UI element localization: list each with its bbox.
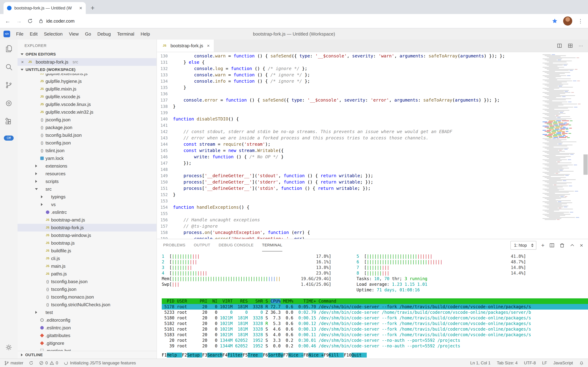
- search-icon[interactable]: [5, 63, 13, 73]
- menu-terminal[interactable]: Terminal: [114, 31, 137, 37]
- terminal[interactable]: 1 [||||||||||| 17.8%] 5 [|||||||||||||||…: [157, 251, 588, 359]
- tree-item-gulpfile.vscode.win32.js[interactable]: JSgulpfile.vscode.win32.js: [17, 108, 157, 116]
- language-mode[interactable]: JavaScript: [553, 360, 573, 366]
- browser-menu-icon[interactable]: ⋮: [578, 18, 583, 24]
- code-line-153: 153: [157, 198, 541, 204]
- tree-item-buildfile.js[interactable]: JSbuildfile.js: [17, 247, 157, 255]
- tree-item-.gitignore[interactable]: .gitignore: [17, 339, 157, 347]
- notifications-bell[interactable]: [579, 361, 584, 365]
- source-control-icon[interactable]: [5, 81, 13, 91]
- tree-item-cli.js[interactable]: JScli.js: [17, 255, 157, 262]
- split-terminal-icon[interactable]: [549, 243, 555, 248]
- tree-item-src[interactable]: src: [17, 185, 157, 193]
- js-file-icon: JS: [39, 110, 46, 114]
- extensions-icon[interactable]: [5, 117, 13, 127]
- off-badge[interactable]: Off: [4, 135, 14, 141]
- tree-item-main.js[interactable]: JSmain.js: [17, 262, 157, 270]
- tree-item-.mention-bot[interactable]: .mention-bot: [17, 347, 157, 351]
- problems-status[interactable]: 0 0: [39, 360, 58, 366]
- tree-item-bootstrap-amd.js[interactable]: JSbootstrap-amd.js: [17, 216, 157, 224]
- git-branch-status[interactable]: master: [4, 360, 23, 366]
- menu-file[interactable]: File: [13, 31, 27, 37]
- tab-size[interactable]: Tab Size: 4: [497, 360, 518, 366]
- explorer-icon[interactable]: [5, 44, 13, 54]
- tree-item-gulpfile.mixin.js[interactable]: JSgulpfile.mixin.js: [17, 85, 157, 93]
- new-tab-button[interactable]: +: [91, 5, 95, 11]
- json-file-icon: {}: [39, 125, 46, 130]
- code-area[interactable]: 130 console.warn = function () { safeSen…: [157, 52, 541, 239]
- tree-item-tslint.json[interactable]: {}tslint.json: [17, 147, 157, 154]
- close-tab-icon[interactable]: ×: [207, 43, 209, 49]
- panel-tab-debug-console[interactable]: DEBUG CONSOLE: [219, 239, 254, 251]
- debug-icon[interactable]: [5, 99, 13, 109]
- panel-tab-problems[interactable]: PROBLEMS: [163, 239, 185, 251]
- menu-go[interactable]: Go: [82, 31, 94, 37]
- forward-icon[interactable]: →: [16, 18, 22, 24]
- tree-item-.eslintrc.json[interactable]: .eslintrc.json: [17, 324, 157, 332]
- tree-item-.eslintrc[interactable]: .eslintrc: [17, 208, 157, 216]
- tree-item-extensions[interactable]: extensions: [17, 162, 157, 170]
- code-editor[interactable]: 130 console.warn = function () { safeSen…: [157, 52, 588, 239]
- tree-item-vs[interactable]: vs: [17, 201, 157, 208]
- tree-item-tsconfig.strictNullChecks.json[interactable]: {}tsconfig.strictNullChecks.json: [17, 301, 157, 309]
- tree-item-bootstrap.js[interactable]: JSbootstrap.js: [17, 239, 157, 247]
- tree-item-tsconfig.json[interactable]: {}tsconfig.json: [17, 139, 157, 147]
- editor-layout-icon[interactable]: [568, 43, 573, 48]
- tree-item-tsconfig.json[interactable]: {}tsconfig.json: [17, 285, 157, 293]
- tree-item-yarn.lock[interactable]: yarn.lock: [17, 154, 157, 162]
- encoding[interactable]: UTF-8: [524, 360, 536, 366]
- panel-tab-output[interactable]: OUTPUT: [194, 239, 210, 251]
- menu-debug[interactable]: Debug: [94, 31, 114, 37]
- tree-item-jsconfig.json[interactable]: {}jsconfig.json: [17, 116, 157, 124]
- tree-item-scripts[interactable]: scripts: [17, 177, 157, 185]
- scrollbar-thumb[interactable]: [583, 154, 588, 175]
- tree-item-typings[interactable]: typings: [17, 193, 157, 201]
- tree-item-test[interactable]: test: [17, 309, 157, 316]
- favicon: [7, 6, 12, 10]
- settings-gear-icon[interactable]: [5, 343, 13, 353]
- tree-item-gulpfile.vscode.js[interactable]: JSgulpfile.vscode.js: [17, 93, 157, 100]
- minimap[interactable]: [541, 52, 583, 239]
- kill-terminal-icon[interactable]: [559, 243, 565, 248]
- menu-view[interactable]: View: [66, 31, 82, 37]
- terminal-select[interactable]: 1: htop: [510, 241, 536, 250]
- tree-item-gulpfile.extensions.js[interactable]: JSgulpfile.extensions.js: [17, 74, 157, 77]
- tree-item-gulpfile.vscode.linux.js[interactable]: JSgulpfile.vscode.linux.js: [17, 100, 157, 108]
- tree-item-paths.js[interactable]: JSpaths.js: [17, 270, 157, 278]
- browser-tab[interactable]: bootstrap-fork.js — Untitled (W ×: [3, 2, 86, 14]
- tree-item-bootstrap-fork.js[interactable]: JSbootstrap-fork.js: [17, 224, 157, 232]
- eol[interactable]: LF: [542, 360, 547, 366]
- open-editor-item[interactable]: × JS bootstrap-fork.js src: [17, 58, 157, 66]
- menu-edit[interactable]: Edit: [27, 31, 41, 37]
- split-editor-icon[interactable]: [557, 43, 562, 48]
- panel-tab-terminal[interactable]: TERMINAL: [262, 239, 282, 251]
- maximize-panel-icon[interactable]: [570, 243, 575, 248]
- tree-item-gulpfile.hygiene.js[interactable]: JSgulpfile.hygiene.js: [17, 77, 157, 85]
- address-bar[interactable]: ide.coder.com: [39, 18, 546, 24]
- tree-item-tsconfig.monaco.json[interactable]: {}tsconfig.monaco.json: [17, 293, 157, 301]
- tab-close-icon[interactable]: ×: [79, 5, 82, 11]
- menu-selection[interactable]: Selection: [41, 31, 66, 37]
- tree-item-.editorconfig[interactable]: .editorconfig: [17, 316, 157, 324]
- tree-item-tsconfig.base.json[interactable]: {}tsconfig.base.json: [17, 278, 157, 285]
- tree-item-resources[interactable]: resources: [17, 170, 157, 177]
- close-editor-icon[interactable]: ×: [20, 59, 25, 65]
- menu-help[interactable]: Help: [137, 31, 153, 37]
- close-panel-icon[interactable]: ×: [580, 242, 583, 248]
- open-editors-header[interactable]: OPEN EDITORS: [17, 50, 157, 58]
- tree-item-tsconfig.build.json[interactable]: {}tsconfig.build.json: [17, 131, 157, 139]
- tree-item-bootstrap-window.js[interactable]: JSbootstrap-window.js: [17, 232, 157, 239]
- more-actions-icon[interactable]: ···: [579, 43, 583, 49]
- reload-icon[interactable]: [27, 18, 33, 24]
- outline-header[interactable]: OUTLINE: [17, 351, 157, 359]
- tree-item-package.json[interactable]: {}package.json: [17, 124, 157, 131]
- avatar[interactable]: [563, 17, 572, 25]
- bookmark-star-icon[interactable]: [552, 18, 557, 24]
- workspace-header[interactable]: UNTITLED (WORKSPACE): [17, 66, 157, 74]
- new-terminal-icon[interactable]: +: [541, 242, 545, 248]
- cursor-position[interactable]: Ln 1, Col 1: [470, 360, 490, 366]
- tree-item-.gitattributes[interactable]: .gitattributes: [17, 332, 157, 339]
- editor-tab[interactable]: JS bootstrap-fork.js ×: [157, 40, 214, 52]
- sync-status[interactable]: [29, 361, 33, 365]
- back-icon[interactable]: ←: [5, 18, 10, 24]
